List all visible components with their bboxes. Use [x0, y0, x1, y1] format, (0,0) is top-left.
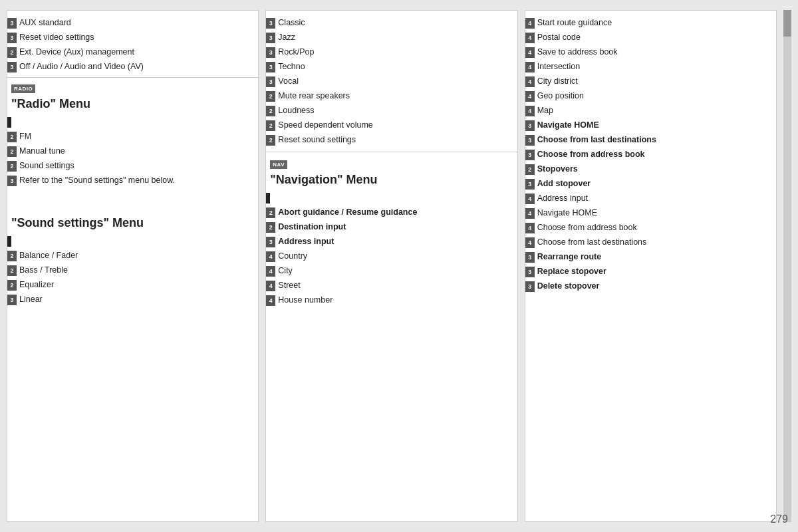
badge: 3	[7, 33, 17, 43]
item-label: Intersection	[537, 61, 581, 72]
badge: 2	[7, 146, 17, 157]
item-label: Delete stopover	[537, 281, 600, 291]
badge: 3	[525, 150, 535, 160]
list-item: 2 Destination input	[266, 220, 517, 235]
item-label: Refer to the "Sound settings" menu below…	[19, 175, 175, 186]
item-label: Vocal	[278, 76, 299, 86]
list-item: 2 Equalizer	[7, 278, 258, 293]
nav-section-header: NAV	[266, 156, 517, 172]
item-label: Linear	[19, 294, 43, 305]
item-label: City	[278, 265, 293, 276]
list-item: 3 Address input	[266, 235, 517, 249]
list-item: 2 Mute rear speakers	[266, 89, 517, 104]
item-label: Bass / Treble	[19, 265, 68, 275]
section-header: RADIO	[7, 80, 258, 96]
badge: 4	[525, 76, 535, 87]
list-item: 3 Jazz	[266, 31, 517, 45]
badge	[7, 117, 11, 128]
item-label: Choose from last destinations	[537, 237, 647, 247]
badge: 2	[7, 161, 17, 172]
list-item: 4 Postal code	[525, 31, 776, 45]
navigation-section: NAV "Navigation" Menu 2 Abort guidance /…	[266, 156, 517, 308]
item-label: Street	[278, 280, 300, 291]
item-label: Choose from last destinations	[537, 134, 656, 145]
list-item: 3 Navigate HOME	[525, 118, 776, 133]
list-item: 3 Add stopover	[525, 177, 776, 192]
list-item: 3 Replace stopover	[525, 265, 776, 279]
radio-menu-title: "Radio" Menu	[11, 97, 90, 110]
item-label: AUX standard	[19, 17, 71, 28]
item-label: Sound settings	[19, 160, 74, 171]
badge: 4	[266, 281, 275, 291]
item-label: Reset video settings	[19, 32, 94, 43]
list-item: 3 Delete stopover	[525, 279, 776, 294]
badge: 2	[7, 132, 17, 142]
scrollbar[interactable]	[783, 10, 791, 522]
item-label: Equalizer	[19, 279, 54, 290]
badge: 3	[266, 76, 275, 87]
badge: 4	[525, 194, 535, 204]
item-label: House number	[278, 295, 332, 305]
divider	[266, 152, 517, 152]
item-label: Speed dependent volume	[278, 120, 372, 130]
list-item: 4 City	[266, 264, 517, 279]
radio-section: RADIO "Radio" Menu 2 FM 2 Manual tune 2 …	[7, 80, 258, 188]
item-label: Ext. Device (Aux) management	[19, 47, 134, 57]
item-label: Address input	[537, 193, 588, 203]
column-2: 3 Classic 3 Jazz 3 Rock/Pop 3 Techno 3 V…	[265, 10, 517, 522]
item-label: Address input	[278, 236, 334, 247]
item-label: Jazz	[278, 32, 295, 43]
badge: 2	[525, 164, 535, 175]
badge: 3	[7, 18, 17, 29]
column-3: 4 Start route guidance 4 Postal code 4 S…	[525, 10, 777, 522]
badge: 2	[7, 280, 17, 291]
badge: 4	[525, 18, 535, 29]
badge: 3	[7, 62, 17, 72]
badge: 2	[266, 207, 275, 218]
list-item: 4 Country	[266, 249, 517, 264]
item-label: Map	[537, 105, 553, 116]
badge: 4	[266, 266, 275, 277]
badge: 3	[525, 135, 535, 146]
badge: 2	[7, 251, 17, 261]
item-label: Choose from address book	[537, 222, 637, 233]
badge: 3	[266, 237, 275, 247]
badge: 2	[266, 222, 275, 233]
list-item	[266, 191, 517, 205]
badge: 3	[525, 120, 535, 131]
item-label: Off / Audio / Audio and Video (AV)	[19, 61, 144, 72]
list-item: 2 Reset sound settings	[266, 133, 517, 148]
item-label: Country	[278, 251, 307, 261]
badge	[7, 236, 11, 247]
list-item: 4 City district	[525, 74, 776, 89]
badge: 3	[266, 62, 275, 72]
item-label: Techno	[278, 61, 305, 72]
list-item: 3 Techno	[266, 60, 517, 74]
list-item: 2 Ext. Device (Aux) management	[7, 45, 258, 60]
badge: 4	[525, 223, 535, 233]
column-1: 3 AUX standard 3 Reset video settings 2 …	[7, 10, 259, 522]
badge: 3	[525, 179, 535, 190]
item-label: Balance / Fader	[19, 250, 78, 261]
list-item: 3 Linear	[7, 293, 258, 307]
badge: 4	[266, 295, 275, 306]
page: 3 AUX standard 3 Reset video settings 2 …	[0, 0, 798, 532]
sound-settings-title: "Sound settings" Menu	[11, 216, 144, 229]
item-label: FM	[19, 131, 31, 142]
badge: 2	[266, 91, 275, 102]
list-item: 2 Sound settings	[7, 159, 258, 174]
badge: 3	[266, 33, 275, 43]
list-item: 4 Map	[525, 104, 776, 118]
item-label: Start route guidance	[537, 17, 612, 28]
list-item: 3 Vocal	[266, 74, 517, 89]
item-label: Classic	[278, 17, 305, 28]
list-item: 2 Loudness	[266, 104, 517, 118]
badge: 3	[525, 281, 535, 292]
list-item: 4 Choose from last destinations	[525, 235, 776, 250]
nav-icon: NAV	[270, 160, 287, 169]
nav-menu-title: "Navigation" Menu	[270, 173, 377, 186]
badge: 3	[7, 295, 17, 305]
list-item: 2 Bass / Treble	[7, 263, 258, 278]
list-item: 3 Reset video settings	[7, 31, 258, 45]
list-item: 2 Stopovers	[525, 162, 776, 177]
